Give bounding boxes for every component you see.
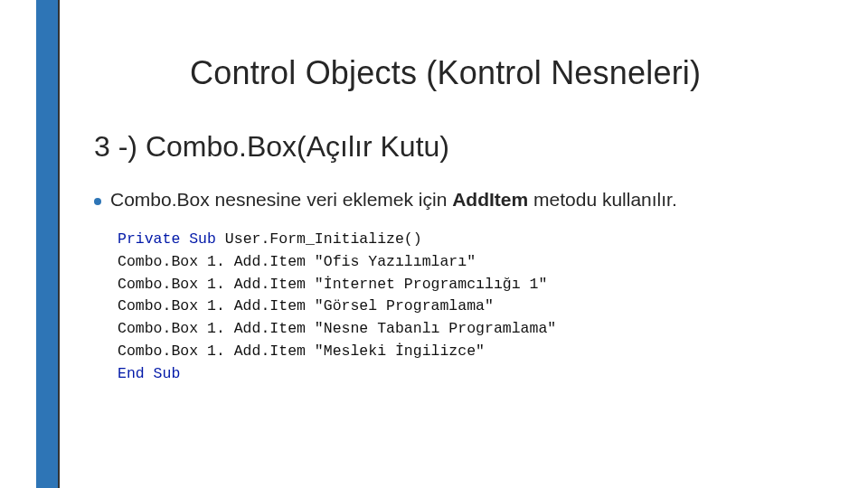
code-line-val: "İnternet Programcılığı 1": [315, 276, 547, 293]
bullet-text: Combo.Box nesnesine veri eklemek için Ad…: [110, 189, 677, 211]
code-line-val: "Nesne Tabanlı Programlama": [315, 320, 556, 337]
bullet-dot-icon: [94, 198, 101, 205]
accent-bar: [36, 0, 58, 488]
code-line-obj: Combo.Box 1. Add.Item: [118, 343, 315, 360]
code-line-obj: Combo.Box 1. Add.Item: [118, 276, 315, 293]
code-line-val: "Ofis Yazılımları": [315, 253, 476, 270]
code-sub-name: User.Form_Initialize(): [216, 230, 422, 248]
bullet-suffix: metodu kullanılır.: [528, 189, 677, 210]
bullet-item: Combo.Box nesnesine veri eklemek için Ad…: [94, 189, 823, 211]
code-keyword-close: End Sub: [118, 365, 180, 382]
code-line-obj: Combo.Box 1. Add.Item: [118, 297, 315, 314]
slide-content: Control Objects (Kontrol Nesneleri) 3 -)…: [90, 54, 823, 390]
code-block: Private Sub User.Form_Initialize() Combo…: [110, 223, 563, 390]
code-line-val: "Görsel Programlama": [315, 297, 494, 314]
code-keyword-open: Private Sub: [118, 230, 216, 248]
slide-subtitle: 3 -) Combo.Box(Açılır Kutu): [94, 130, 823, 164]
code-line-val: "Mesleki İngilizce": [315, 343, 485, 360]
bullet-strong: AddItem: [452, 189, 528, 210]
bullet-prefix: Combo.Box nesnesine veri eklemek için: [110, 189, 452, 210]
code-line-obj: Combo.Box 1. Add.Item: [118, 320, 315, 337]
code-line-obj: Combo.Box 1. Add.Item: [118, 253, 315, 270]
slide-title: Control Objects (Kontrol Nesneleri): [190, 54, 823, 92]
